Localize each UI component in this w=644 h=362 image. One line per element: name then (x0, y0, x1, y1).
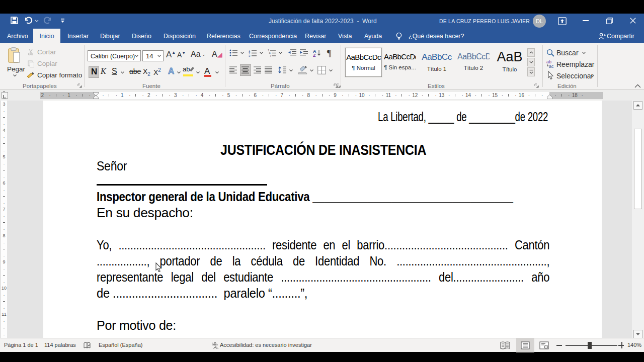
svg-text:3: 3 (249, 54, 251, 57)
svg-text:i: i (270, 54, 271, 57)
svg-text:Z: Z (313, 53, 316, 57)
svg-text:ac: ac (549, 64, 554, 68)
